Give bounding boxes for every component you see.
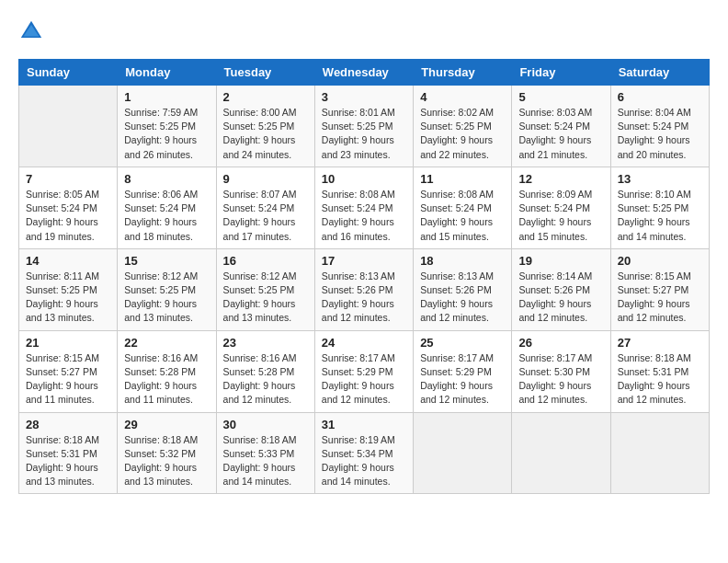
day-info: Sunrise: 8:17 AMSunset: 5:30 PMDaylight:… [518,351,603,408]
calendar-cell: 2Sunrise: 8:00 AMSunset: 5:25 PMDaylight… [216,86,314,167]
day-info: Sunrise: 8:00 AMSunset: 5:25 PMDaylight:… [223,106,308,162]
day-number: 10 [322,172,406,186]
day-number: 23 [223,336,308,350]
calendar-cell: 4Sunrise: 8:02 AMSunset: 5:25 PMDaylight… [414,86,512,167]
day-info: Sunrise: 8:09 AMSunset: 5:24 PMDaylight:… [518,188,603,244]
day-number: 21 [26,336,110,350]
day-number: 8 [124,172,209,186]
calendar-week-5: 28Sunrise: 8:18 AMSunset: 5:31 PMDayligh… [19,412,710,494]
day-info: Sunrise: 8:13 AMSunset: 5:26 PMDaylight:… [322,270,406,326]
day-info: Sunrise: 8:15 AMSunset: 5:27 PMDaylight:… [618,270,702,326]
calendar-cell: 23Sunrise: 8:16 AMSunset: 5:28 PMDayligh… [216,330,314,412]
day-number: 5 [518,90,603,104]
calendar-cell: 21Sunrise: 8:15 AMSunset: 5:27 PMDayligh… [19,330,118,412]
days-of-week-row: SundayMondayTuesdayWednesdayThursdayFrid… [19,60,710,86]
day-info: Sunrise: 8:02 AMSunset: 5:25 PMDaylight:… [420,106,505,162]
day-info: Sunrise: 8:17 AMSunset: 5:29 PMDaylight:… [420,351,505,408]
dow-header-friday: Friday [512,60,610,86]
calendar-cell: 22Sunrise: 8:16 AMSunset: 5:28 PMDayligh… [118,330,216,412]
calendar-cell: 30Sunrise: 8:18 AMSunset: 5:33 PMDayligh… [216,412,314,494]
calendar-cell: 24Sunrise: 8:17 AMSunset: 5:29 PMDayligh… [314,330,413,412]
calendar-week-4: 21Sunrise: 8:15 AMSunset: 5:27 PMDayligh… [19,330,710,412]
day-info: Sunrise: 8:10 AMSunset: 5:25 PMDaylight:… [618,188,702,244]
calendar-cell: 29Sunrise: 8:18 AMSunset: 5:32 PMDayligh… [118,412,216,494]
day-info: Sunrise: 8:18 AMSunset: 5:31 PMDaylight:… [618,351,702,408]
logo [18,18,48,44]
day-number: 11 [420,172,505,186]
calendar-week-2: 7Sunrise: 8:05 AMSunset: 5:24 PMDaylight… [19,167,710,248]
calendar-cell [19,86,118,167]
calendar-cell: 18Sunrise: 8:13 AMSunset: 5:26 PMDayligh… [414,248,512,330]
day-number: 19 [518,254,603,268]
day-info: Sunrise: 8:16 AMSunset: 5:28 PMDaylight:… [223,351,308,408]
day-number: 14 [26,254,110,268]
day-info: Sunrise: 8:13 AMSunset: 5:26 PMDaylight:… [420,270,505,326]
calendar-cell: 5Sunrise: 8:03 AMSunset: 5:24 PMDaylight… [512,86,610,167]
day-info: Sunrise: 8:16 AMSunset: 5:28 PMDaylight:… [124,351,209,408]
calendar-cell: 7Sunrise: 8:05 AMSunset: 5:24 PMDaylight… [19,167,118,248]
day-info: Sunrise: 8:08 AMSunset: 5:24 PMDaylight:… [322,188,406,244]
calendar-week-3: 14Sunrise: 8:11 AMSunset: 5:25 PMDayligh… [19,248,710,330]
calendar-table: SundayMondayTuesdayWednesdayThursdayFrid… [18,59,710,494]
day-info: Sunrise: 8:05 AMSunset: 5:24 PMDaylight:… [26,188,110,244]
day-info: Sunrise: 8:11 AMSunset: 5:25 PMDaylight:… [26,270,110,326]
dow-header-thursday: Thursday [414,60,512,86]
day-number: 25 [420,336,505,350]
dow-header-sunday: Sunday [19,60,118,86]
calendar-cell: 6Sunrise: 8:04 AMSunset: 5:24 PMDaylight… [610,86,709,167]
day-number: 30 [223,418,308,431]
calendar-cell: 8Sunrise: 8:06 AMSunset: 5:24 PMDaylight… [118,167,216,248]
day-number: 2 [223,90,308,104]
calendar-body: 1Sunrise: 7:59 AMSunset: 5:25 PMDaylight… [19,86,710,494]
day-info: Sunrise: 8:12 AMSunset: 5:25 PMDaylight:… [124,270,209,326]
day-number: 12 [518,172,603,186]
day-info: Sunrise: 7:59 AMSunset: 5:25 PMDaylight:… [124,106,209,162]
day-info: Sunrise: 8:18 AMSunset: 5:33 PMDaylight:… [223,433,308,489]
day-info: Sunrise: 8:03 AMSunset: 5:24 PMDaylight:… [518,106,603,162]
calendar-cell: 16Sunrise: 8:12 AMSunset: 5:25 PMDayligh… [216,248,314,330]
day-info: Sunrise: 8:08 AMSunset: 5:24 PMDaylight:… [420,188,505,244]
day-number: 9 [223,172,308,186]
dow-header-wednesday: Wednesday [314,60,413,86]
day-number: 24 [322,336,406,350]
day-info: Sunrise: 8:17 AMSunset: 5:29 PMDaylight:… [322,351,406,408]
day-info: Sunrise: 8:04 AMSunset: 5:24 PMDaylight:… [618,106,702,162]
day-number: 27 [618,336,702,350]
day-info: Sunrise: 8:07 AMSunset: 5:24 PMDaylight:… [223,188,308,244]
calendar-cell: 25Sunrise: 8:17 AMSunset: 5:29 PMDayligh… [414,330,512,412]
day-info: Sunrise: 8:14 AMSunset: 5:26 PMDaylight:… [518,270,603,326]
day-info: Sunrise: 8:19 AMSunset: 5:34 PMDaylight:… [322,433,406,489]
day-number: 13 [618,172,702,186]
calendar-cell: 10Sunrise: 8:08 AMSunset: 5:24 PMDayligh… [314,167,413,248]
day-info: Sunrise: 8:18 AMSunset: 5:31 PMDaylight:… [26,433,110,489]
dow-header-monday: Monday [118,60,216,86]
day-number: 15 [124,254,209,268]
day-info: Sunrise: 8:06 AMSunset: 5:24 PMDaylight:… [124,188,209,244]
calendar-cell: 13Sunrise: 8:10 AMSunset: 5:25 PMDayligh… [610,167,709,248]
calendar-cell [414,412,512,494]
day-number: 16 [223,254,308,268]
calendar-cell: 17Sunrise: 8:13 AMSunset: 5:26 PMDayligh… [314,248,413,330]
calendar-cell: 26Sunrise: 8:17 AMSunset: 5:30 PMDayligh… [512,330,610,412]
calendar-cell: 20Sunrise: 8:15 AMSunset: 5:27 PMDayligh… [610,248,709,330]
day-number: 1 [124,90,209,104]
calendar-cell [610,412,709,494]
day-number: 18 [420,254,505,268]
dow-header-tuesday: Tuesday [216,60,314,86]
day-info: Sunrise: 8:12 AMSunset: 5:25 PMDaylight:… [223,270,308,326]
calendar-cell: 1Sunrise: 7:59 AMSunset: 5:25 PMDaylight… [118,86,216,167]
day-number: 6 [618,90,702,104]
calendar-cell [512,412,610,494]
calendar-cell: 14Sunrise: 8:11 AMSunset: 5:25 PMDayligh… [19,248,118,330]
day-info: Sunrise: 8:18 AMSunset: 5:32 PMDaylight:… [124,433,209,489]
day-number: 4 [420,90,505,104]
day-info: Sunrise: 8:15 AMSunset: 5:27 PMDaylight:… [26,351,110,408]
dow-header-saturday: Saturday [610,60,709,86]
calendar-cell: 11Sunrise: 8:08 AMSunset: 5:24 PMDayligh… [414,167,512,248]
day-number: 22 [124,336,209,350]
calendar-cell: 27Sunrise: 8:18 AMSunset: 5:31 PMDayligh… [610,330,709,412]
day-number: 17 [322,254,406,268]
calendar-cell: 12Sunrise: 8:09 AMSunset: 5:24 PMDayligh… [512,167,610,248]
day-number: 7 [26,172,110,186]
calendar-cell: 3Sunrise: 8:01 AMSunset: 5:25 PMDaylight… [314,86,413,167]
